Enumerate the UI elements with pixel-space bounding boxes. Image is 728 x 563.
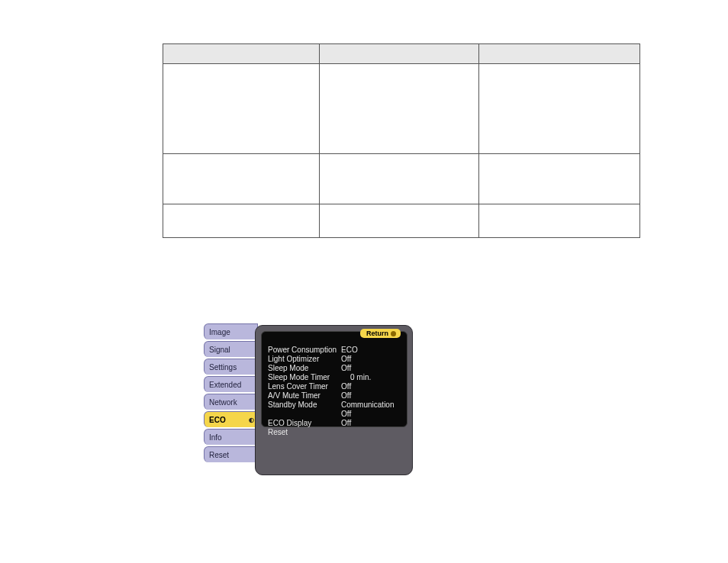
osd-item-value: ECO (341, 346, 401, 355)
table-header (319, 44, 479, 64)
sidebar-item-label: Reset (209, 451, 229, 459)
osd-item-reset[interactable]: Reset (268, 428, 401, 437)
sidebar-item-info[interactable]: Info (204, 429, 258, 445)
osd-item-eco-display[interactable]: ECO Display Off (268, 419, 401, 428)
osd-sidebar: Image Signal Settings Extended Network E… (204, 323, 256, 464)
osd-item-label: Sleep Mode Timer (268, 373, 341, 382)
sidebar-item-label: Settings (209, 363, 237, 372)
table-row (163, 64, 640, 154)
sidebar-item-label: Signal (209, 346, 230, 354)
return-indicator-icon (391, 331, 396, 336)
osd-item-value: Off (341, 419, 401, 428)
osd-item-label: Sleep Mode (268, 364, 341, 373)
osd-item-value: Off (341, 355, 401, 364)
sidebar-item-image[interactable]: Image (204, 323, 258, 339)
sidebar-item-network[interactable]: Network (204, 394, 258, 410)
sidebar-item-label: Image (209, 328, 230, 336)
osd-panel: Return Power Consumption ECO Light Optim… (255, 325, 413, 475)
sidebar-item-eco[interactable]: ECO ◐ (204, 411, 258, 427)
table-header (163, 44, 320, 64)
table-row (163, 154, 640, 204)
sidebar-item-label: Network (209, 398, 237, 407)
osd-item-value: Off (341, 364, 401, 373)
osd-item-label: Light Optimizer (268, 355, 341, 364)
osd-settings-list: Power Consumption ECO Light Optimizer Of… (268, 346, 401, 437)
osd-menu: Image Signal Settings Extended Network E… (204, 323, 414, 478)
table-header (479, 44, 640, 64)
osd-item-sleep-mode[interactable]: Sleep Mode Off (268, 364, 401, 373)
sidebar-item-signal[interactable]: Signal (204, 341, 258, 357)
selection-indicator-icon: ◐ (248, 417, 254, 423)
osd-item-value: 0 min. (341, 373, 401, 382)
osd-item-power-consumption[interactable]: Power Consumption ECO (268, 346, 401, 355)
sidebar-item-reset[interactable]: Reset (204, 446, 258, 462)
osd-item-label: Standby Mode (268, 401, 341, 419)
sidebar-item-extended[interactable]: Extended (204, 376, 258, 392)
osd-item-sleep-mode-timer[interactable]: Sleep Mode Timer 0 min. (268, 373, 401, 382)
osd-item-standby-mode[interactable]: Standby Mode Communication Off (268, 401, 401, 419)
return-button-label: Return (366, 330, 388, 337)
osd-item-label: Lens Cover Timer (268, 382, 341, 391)
osd-item-label: Power Consumption (268, 346, 341, 355)
osd-item-value: Off (341, 382, 401, 391)
sidebar-item-label: ECO (209, 416, 226, 424)
osd-item-light-optimizer[interactable]: Light Optimizer Off (268, 355, 401, 364)
osd-settings-box: Return Power Consumption ECO Light Optim… (261, 331, 407, 427)
sidebar-item-label: Info (209, 433, 222, 442)
osd-item-label: A/V Mute Timer (268, 391, 341, 401)
osd-item-value (341, 428, 401, 437)
settings-table (163, 43, 640, 238)
osd-item-lens-cover-timer[interactable]: Lens Cover Timer Off (268, 382, 401, 391)
osd-item-av-mute-timer[interactable]: A/V Mute Timer Off (268, 391, 401, 401)
return-button[interactable]: Return (360, 329, 401, 338)
table-row (163, 204, 640, 238)
sidebar-item-settings[interactable]: Settings (204, 359, 258, 375)
osd-item-value: Off (341, 391, 401, 401)
osd-item-label: ECO Display (268, 419, 341, 428)
osd-item-label: Reset (268, 428, 341, 437)
osd-item-value: Communication Off (341, 401, 401, 419)
sidebar-item-label: Extended (209, 381, 241, 389)
